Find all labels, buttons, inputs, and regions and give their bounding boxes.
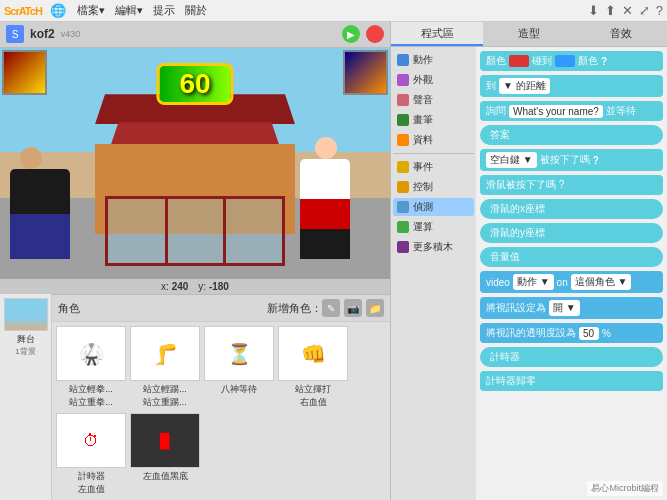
block-ask[interactable]: 詢問 What's your name? 並等待 <box>480 101 663 121</box>
blocks-workspace: 顏色 碰到 顏色 ? 到 ▼ 的距離 詢問 What's your name? … <box>476 47 667 500</box>
block-distance-to[interactable]: 到 ▼ 的距離 <box>480 75 663 97</box>
sprite-name-2b: 站立重踢... <box>130 396 200 409</box>
char-left-head <box>20 147 42 169</box>
main-layout: S kof2 v430 ▶ 60 <box>0 22 667 500</box>
stage-thumbnail[interactable] <box>4 298 48 331</box>
sprite-name-1: 站立輕拳... <box>56 383 126 396</box>
sprite-name-5b: 左血值 <box>56 483 126 496</box>
stage-sublabel: 1背景 <box>15 346 35 357</box>
stage-thumbnail-panel: 舞台 1背景 <box>0 294 52 500</box>
score-display: 60 <box>156 63 233 105</box>
upload-icon[interactable]: ⬆ <box>605 3 616 18</box>
add-sprite-folder-icon[interactable]: 📁 <box>366 299 384 317</box>
char-right-head <box>315 137 337 159</box>
sprite-item-4[interactable]: 👊 站立揮打 右血值 <box>278 326 348 409</box>
sprite-name-1b: 站立重拳... <box>56 396 126 409</box>
watermark: 易心Microbit編程 <box>587 481 663 496</box>
sprite-name-4: 站立揮打 <box>278 383 348 396</box>
menu-edit[interactable]: 編輯▾ <box>112 3 146 18</box>
arch-columns <box>95 144 295 234</box>
block-video-transparency[interactable]: 將視訊的透明度設為 50 % <box>480 323 663 343</box>
player1-portrait <box>2 50 47 95</box>
x-label: x: 240 <box>161 281 188 292</box>
sprite-item-3[interactable]: ⏳ 八神等待 <box>204 326 274 409</box>
sprite-item-5[interactable]: ⏱ 計時器 左血值 <box>56 413 126 496</box>
project-bar: S kof2 v430 ▶ <box>0 22 390 48</box>
coordinates-bar: x: 240 y: -180 <box>0 279 390 294</box>
character-left <box>10 169 70 259</box>
stage-canvas[interactable]: 60 <box>0 48 390 279</box>
block-set-video[interactable]: 將視訊設定為 開 ▼ <box>480 297 663 319</box>
sprite-name-6: 左血值黑底 <box>130 470 200 483</box>
background-architecture <box>95 94 295 234</box>
add-sprite-label: 新增角色： <box>267 301 322 316</box>
help-icon[interactable]: ? <box>656 3 663 18</box>
tab-sounds[interactable]: 音效 <box>575 22 667 46</box>
sprite-panel: 角色 新增角色： ✎ 📷 📁 🥋 站立輕拳... 站立重拳... <box>52 294 390 500</box>
arch-lattice <box>105 196 285 266</box>
block-answer[interactable]: 答案 <box>480 125 663 145</box>
block-video-motion[interactable]: video 動作 ▼ on 這個角色 ▼ <box>480 271 663 293</box>
block-color-touching[interactable]: 顏色 碰到 顏色 ? <box>480 51 663 71</box>
cat-sound[interactable]: 聲音 <box>393 91 474 109</box>
download-icon[interactable]: ⬇ <box>588 3 599 18</box>
sprite-name-2: 站立輕踢... <box>130 383 200 396</box>
fullscreen-icon[interactable]: ⤢ <box>639 3 650 18</box>
menu-file[interactable]: 檔案▾ <box>74 3 108 18</box>
right-panel: 程式區 造型 音效 動作 外觀 聲音 <box>390 22 667 500</box>
block-mouse-x[interactable]: 滑鼠的x座標 <box>480 199 663 219</box>
cat-more-blocks[interactable]: 更多積木 <box>393 238 474 256</box>
cat-control[interactable]: 控制 <box>393 178 474 196</box>
block-mouse-y[interactable]: 滑鼠的y座標 <box>480 223 663 243</box>
character-right <box>300 159 360 259</box>
cat-events[interactable]: 事件 <box>393 158 474 176</box>
char-left-body <box>10 169 70 259</box>
categories-column: 動作 外觀 聲音 畫筆 資料 <box>391 47 476 500</box>
block-volume[interactable]: 音量值 <box>480 247 663 267</box>
close-icon[interactable]: ✕ <box>622 3 633 18</box>
green-flag-button[interactable]: ▶ <box>342 25 360 43</box>
block-mouse-down[interactable]: 滑鼠被按下了嗎 ? <box>480 175 663 195</box>
add-sprite-photo-icon[interactable]: 📷 <box>344 299 362 317</box>
sprite-item-1[interactable]: 🥋 站立輕拳... 站立重拳... <box>56 326 126 409</box>
sprite-name-3: 八神等待 <box>204 383 274 396</box>
cat-data[interactable]: 資料 <box>393 131 474 149</box>
sprite-item-2[interactable]: 🦵 站立輕踢... 站立重踢... <box>130 326 200 409</box>
cat-pen[interactable]: 畫筆 <box>393 111 474 129</box>
stage-background: 60 <box>0 48 390 279</box>
cat-sensing[interactable]: 偵測 <box>393 198 474 216</box>
menu-about[interactable]: 關於 <box>182 3 210 18</box>
char-right-body <box>300 159 350 259</box>
stop-button[interactable] <box>366 25 384 43</box>
tab-costumes[interactable]: 造型 <box>483 22 575 46</box>
menu-hints[interactable]: 提示 <box>150 3 178 18</box>
globe-icon[interactable]: 🌐 <box>50 3 66 18</box>
cat-looks[interactable]: 外觀 <box>393 71 474 89</box>
sprite-name-5: 計時器 <box>56 470 126 483</box>
sprites-grid: 🥋 站立輕拳... 站立重拳... 🦵 站立輕踢... 站立重踢... <box>52 322 390 500</box>
sprite-name-4b: 右血值 <box>278 396 348 409</box>
sprite-item-6[interactable]: ▉ 左血值黑底 <box>130 413 200 496</box>
tab-code[interactable]: 程式區 <box>391 22 483 46</box>
sprite-panel-header: 角色 新增角色： ✎ 📷 📁 <box>52 295 390 322</box>
left-panel: S kof2 v430 ▶ 60 <box>0 22 390 500</box>
version-label: v430 <box>61 29 81 39</box>
y-label: y: -180 <box>198 281 229 292</box>
cat-motion[interactable]: 動作 <box>393 51 474 69</box>
tabs-bar: 程式區 造型 音效 <box>391 22 667 47</box>
block-timer[interactable]: 計時器 <box>480 347 663 367</box>
scratch-logo: ScrATcH <box>4 5 42 17</box>
player2-portrait <box>343 50 388 95</box>
role-label: 角色 <box>58 301 80 316</box>
bottom-area: 舞台 1背景 角色 新增角色： ✎ 📷 📁 🥋 <box>0 294 390 500</box>
add-sprite-paint-icon[interactable]: ✎ <box>322 299 340 317</box>
stage-label: 舞台 <box>17 333 35 346</box>
cat-operators[interactable]: 運算 <box>393 218 474 236</box>
blocks-area: 動作 外觀 聲音 畫筆 資料 <box>391 47 667 500</box>
block-reset-timer[interactable]: 計時器歸零 <box>480 371 663 391</box>
top-menu-bar: ScrATcH 🌐 檔案▾ 編輯▾ 提示 關於 ⬇ ⬆ ✕ ⤢ ? <box>0 0 667 22</box>
block-key-pressed[interactable]: 空白鍵 ▼ 被按下了嗎 ? <box>480 149 663 171</box>
sprite-icon: S <box>6 25 24 43</box>
project-name[interactable]: kof2 <box>30 27 55 41</box>
